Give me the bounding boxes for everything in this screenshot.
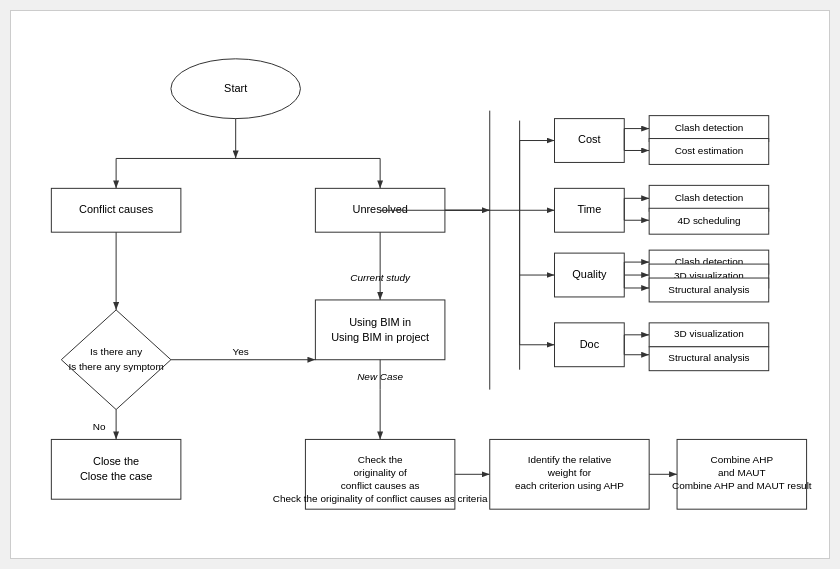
clash-detection-1-node: Clash detection — [675, 122, 744, 133]
svg-marker-11 — [61, 310, 171, 410]
svg-text:Check the originality of confl: Check the originality of conflict causes… — [273, 493, 488, 504]
structural-analysis-1-node: Structural analysis — [668, 284, 749, 295]
svg-text:Using BIM in project: Using BIM in project — [331, 331, 429, 343]
svg-text:Combine AHP and MAUT result: Combine AHP and MAUT result — [672, 480, 812, 491]
cost-node: Cost — [578, 133, 601, 145]
using-bim-node: Using BIM in — [349, 316, 411, 328]
quality-node: Quality — [572, 268, 607, 280]
svg-text:Close the case: Close the case — [80, 470, 152, 482]
start-node: Start — [224, 82, 247, 94]
visualization-3d-2-node: 3D visualization — [674, 328, 744, 339]
time-node: Time — [577, 203, 601, 215]
clash-detection-2-node: Clash detection — [675, 192, 744, 203]
svg-text:Is there any symptom: Is there any symptom — [69, 361, 164, 372]
cost-estimation-node: Cost estimation — [675, 145, 744, 156]
svg-text:weight for: weight for — [547, 467, 592, 478]
identify-relative-node: Identify the relative — [528, 454, 612, 465]
conflict-causes-node: Conflict causes — [79, 203, 154, 215]
svg-text:originality of: originality of — [354, 467, 407, 478]
svg-text:and MAUT: and MAUT — [718, 467, 766, 478]
unresolved-node: Unresolved — [352, 203, 407, 215]
no-label: No — [93, 421, 106, 432]
check-originality-node: Check the — [358, 454, 403, 465]
symptom-node: Is there any — [90, 346, 142, 357]
svg-text:conflict causes as: conflict causes as — [341, 480, 420, 491]
diagram-container: Start Conflict causes Unresolved Current… — [10, 10, 830, 559]
combine-ahp-node: Combine AHP — [711, 454, 774, 465]
svg-text:each criterion using AHP: each criterion using AHP — [515, 480, 624, 491]
structural-analysis-2-node: Structural analysis — [668, 352, 749, 363]
doc-node: Doc — [580, 338, 600, 350]
current-study-label: Current study — [350, 272, 411, 283]
close-case-node: Close the — [93, 455, 139, 467]
scheduling-4d-node: 4D scheduling — [677, 215, 740, 226]
yes-label: Yes — [233, 346, 249, 357]
